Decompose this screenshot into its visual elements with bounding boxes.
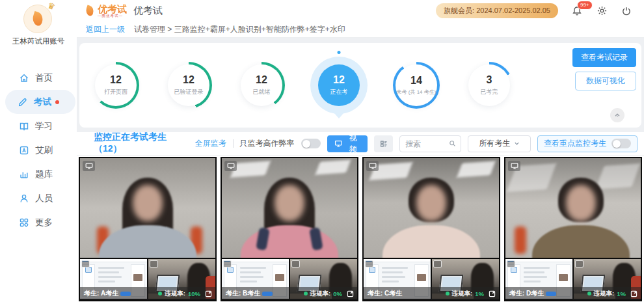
step-value: 3	[487, 74, 492, 86]
back-link[interactable]: 返回上一级	[86, 24, 125, 35]
violation-rate: 1%	[475, 290, 484, 297]
view-exam-records-button[interactable]: 查看考试记录	[572, 48, 636, 67]
step-in-exam-active[interactable]: 12 正在考	[310, 57, 368, 114]
focus-toggle-label: 查看重点监控考生	[544, 138, 606, 149]
a-square-icon	[19, 145, 29, 156]
screen-icon	[507, 260, 515, 268]
student-info-bar: 考生: A考生 违规率: 10%	[80, 287, 215, 300]
crown-badge-icon: ♛	[47, 1, 57, 12]
name-redaction	[120, 292, 131, 296]
fullscreen-proctor-link[interactable]: 全屏监考	[195, 138, 226, 149]
step-opened-page[interactable]: 12 打开页面	[92, 62, 140, 109]
student-video-card-a[interactable]: 考生: A考生 违规率: 10%	[79, 157, 217, 301]
grid-view-button[interactable]	[374, 135, 393, 152]
person-icon	[19, 193, 29, 204]
expand-icon[interactable]	[347, 290, 354, 297]
video-card-grid: 考生: A考生 违规率: 10%	[77, 156, 644, 301]
student-filter-dropdown[interactable]: 所有考生	[468, 135, 531, 152]
sidebar-item-aibrush[interactable]: 艾刷	[0, 138, 77, 162]
step-ready[interactable]: 12 已就绪	[237, 62, 286, 109]
sidebar-item-label: 学习	[35, 120, 53, 132]
chevron-down-icon	[514, 141, 520, 146]
logo-mark-icon	[31, 11, 44, 27]
student-info-bar: 考生: D考生 违规率: 1%	[505, 287, 641, 300]
step-verified-login[interactable]: 12 已验证登录	[165, 62, 213, 109]
search-input[interactable]	[405, 139, 446, 148]
notification-count: 99+	[577, 1, 593, 10]
violation-label: 违规率:	[310, 290, 331, 298]
phone-camera-icon	[291, 260, 300, 268]
sidebar-item-home[interactable]: 首页	[0, 66, 77, 90]
progress-ring: 12 打开页面	[92, 62, 139, 109]
sidebar-item-label: 人员	[35, 193, 53, 204]
breadcrumb: 返回上一级 试卷管理 > 三路监控+霸屏+人脸识别+智能防作弊+签字+水印	[77, 21, 644, 38]
screen-icon	[365, 260, 373, 268]
sidebar-item-exam[interactable]: 考试	[5, 90, 75, 114]
pencil-icon	[18, 97, 28, 107]
sidebar-item-label: 更多	[35, 217, 53, 228]
step-label: 打开页面	[104, 88, 127, 96]
step-value: 12	[256, 74, 267, 86]
focus-monitor-toggle[interactable]	[611, 139, 631, 148]
video-view-button[interactable]: 视频	[327, 135, 368, 152]
avatar[interactable]: ♛	[23, 5, 53, 34]
notification-dot	[55, 100, 59, 104]
sidebar-item-label: 考试	[34, 96, 51, 108]
student-info-bar: 考生: B考生 违规率: 0%	[222, 287, 357, 300]
sidebar-menu: 首页 考试 学习 艾刷 题库 人员 更多	[0, 66, 77, 234]
step-finished[interactable]: 3 已考完	[465, 62, 513, 109]
data-visualization-button[interactable]: 数据可视化	[575, 72, 636, 90]
main-webcam-video	[364, 158, 499, 258]
search-box[interactable]	[399, 135, 461, 152]
focus-monitor-pill[interactable]: 查看重点监控考生	[537, 135, 637, 152]
exam-stats-panel: 12 打开页面 12 已验证登录 12 已就绪	[79, 43, 641, 128]
step-not-taken[interactable]: 14 未考 (共 14 考生)	[392, 62, 440, 109]
sidebar-item-question-bank[interactable]: 题库	[0, 162, 77, 186]
progress-ring: 12 已就绪	[238, 62, 285, 109]
expand-icon[interactable]	[489, 290, 496, 297]
sidebar: ♛ 王林芮试用账号 首页 考试 学习 艾刷 题库 人员 更	[0, 0, 77, 302]
power-icon[interactable]	[621, 5, 632, 17]
student-video-card-d[interactable]: 考生: D考生 违规率: 1%	[504, 157, 642, 301]
violation-rate: 0%	[333, 290, 342, 297]
status-dot	[587, 292, 591, 295]
sidebar-item-label: 艾刷	[35, 144, 53, 156]
violation-label: 违规率:	[594, 290, 615, 298]
expand-icon[interactable]	[630, 290, 637, 297]
bar-chart-icon	[19, 169, 29, 180]
violation-rate: 1%	[617, 290, 626, 297]
screen-icon	[81, 260, 90, 268]
step-label: 已考完	[481, 88, 498, 96]
collapse-panel-button[interactable]	[610, 108, 624, 122]
sidebar-item-more[interactable]: 更多	[0, 210, 77, 234]
notification-bell-icon[interactable]: 99+	[571, 5, 583, 17]
status-dot	[446, 292, 449, 295]
settings-gear-icon[interactable]	[596, 5, 608, 17]
student-video-card-c[interactable]: 考生: C考生 违规率: 1%	[362, 157, 500, 301]
student-name: 考生: B考生	[226, 289, 260, 298]
progress-ring: 12 已验证登录	[165, 62, 212, 109]
name-redaction	[262, 292, 273, 296]
phone-camera-icon	[433, 260, 442, 268]
sidebar-item-label: 题库	[35, 169, 53, 180]
student-video-card-b[interactable]: 考生: B考生 违规率: 0%	[221, 157, 358, 301]
step-label: 正在考	[330, 88, 348, 96]
search-icon	[448, 139, 457, 148]
sidebar-item-people[interactable]: 人员	[0, 186, 77, 210]
grid-more-icon	[19, 217, 29, 228]
step-value: 14	[410, 75, 422, 87]
list-layout-icon	[379, 139, 388, 148]
sidebar-item-study[interactable]: 学习	[0, 114, 77, 138]
tab-monitoring-students[interactable]: 监控正在考试考生（12）	[92, 126, 195, 161]
violation-label: 违规率:	[165, 290, 185, 298]
username: 王林芮试用账号	[0, 36, 77, 46]
expand-icon[interactable]	[205, 290, 212, 297]
screen-share-icon	[83, 161, 95, 171]
dropdown-value: 所有考生	[479, 138, 510, 149]
high-cheat-toggle-label: 只监考高作弊率	[240, 138, 295, 149]
high-cheat-toggle[interactable]	[301, 139, 321, 148]
logo-swoosh-icon	[85, 5, 95, 17]
active-step-halo: 12 正在考	[310, 57, 368, 114]
step-label: 未考 (共 14 考生)	[397, 89, 436, 96]
status-dot	[304, 292, 308, 295]
